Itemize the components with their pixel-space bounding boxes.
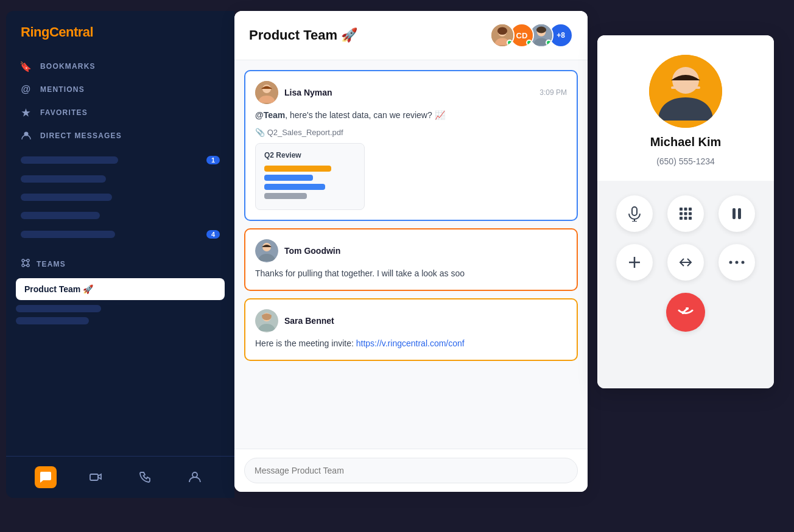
- list-item[interactable]: 4: [16, 226, 225, 242]
- message-body: @Team, here's the latest data, can we re…: [255, 109, 567, 122]
- svg-rect-38: [733, 208, 736, 219]
- sender-info: Sara Bennet: [255, 309, 334, 332]
- svg-rect-9: [90, 474, 98, 480]
- svg-rect-33: [684, 212, 687, 215]
- video-button[interactable]: [85, 466, 107, 488]
- svg-point-2: [27, 259, 29, 262]
- call-contact-phone: (650) 555-1234: [656, 156, 715, 166]
- bookmark-icon: 🔖: [21, 61, 32, 72]
- call-controls-row-2: [616, 244, 755, 281]
- online-indicator: [526, 40, 532, 46]
- list-item[interactable]: [16, 317, 89, 324]
- teams-icon: [21, 258, 30, 270]
- star-icon: ★: [21, 107, 32, 118]
- sidebar-item-product-team[interactable]: Product Team 🚀: [16, 278, 225, 300]
- chat-button[interactable]: [35, 466, 57, 488]
- message-card: Tom Goodwin Thanks for pulling that toge…: [244, 228, 578, 291]
- transfer-button[interactable]: [667, 244, 704, 281]
- svg-rect-30: [684, 208, 687, 211]
- message-card: Lisa Nyman 3:09 PM @Team, here's the lat…: [244, 70, 578, 221]
- svg-point-44: [742, 261, 745, 264]
- svg-point-42: [729, 261, 733, 264]
- hold-button[interactable]: [718, 195, 755, 232]
- list-item[interactable]: 1: [16, 152, 225, 168]
- list-item[interactable]: [16, 190, 225, 205]
- sender-avatar: [255, 309, 278, 332]
- message-header: Tom Goodwin: [255, 239, 567, 262]
- sender-info: Lisa Nyman: [255, 81, 332, 104]
- call-controls: [597, 181, 774, 388]
- sender-avatar: [255, 81, 278, 104]
- svg-rect-39: [738, 208, 741, 219]
- chart-preview: Q2 Review: [255, 143, 365, 210]
- teams-section: TEAMS Product Team 🚀: [6, 252, 234, 327]
- chat-title: Product Team 🚀: [249, 27, 357, 43]
- svg-point-3: [22, 264, 24, 267]
- teams-list: [6, 303, 234, 327]
- online-indicator: [507, 40, 513, 46]
- call-controls-row-1: [616, 195, 755, 232]
- svg-rect-34: [689, 212, 692, 215]
- sidebar-item-direct-messages[interactable]: DIRECT MESSAGES: [6, 124, 234, 147]
- svg-rect-36: [684, 217, 687, 220]
- message-header: Sara Bennet: [255, 309, 567, 332]
- message-body: Thanks for pulling that together. I will…: [255, 267, 567, 280]
- chat-input-area: [234, 449, 588, 492]
- online-indicator: [546, 40, 552, 46]
- sidebar-item-mentions[interactable]: @ MENTIONS: [6, 78, 234, 101]
- message-card: Sara Bennet Here is the meeting invite: …: [244, 298, 578, 361]
- svg-rect-37: [689, 217, 692, 220]
- avatar: [490, 23, 515, 47]
- mention-icon: @: [21, 84, 32, 95]
- person-icon: [21, 130, 32, 141]
- message-input[interactable]: [244, 458, 578, 483]
- attachment-label[interactable]: 📎 Q2_Sales_Report.pdf: [255, 128, 567, 137]
- sender-avatar: [255, 239, 278, 262]
- svg-rect-26: [632, 207, 637, 215]
- svg-rect-31: [689, 208, 692, 211]
- call-controls-row-3: [666, 293, 705, 332]
- sidebar-item-favorites[interactable]: ★ FAVORITES: [6, 101, 234, 124]
- message-body: Here is the meeting invite: https://v.ri…: [255, 337, 567, 350]
- call-panel: Michael Kim (650) 555-1234: [597, 35, 774, 388]
- svg-rect-29: [680, 208, 683, 211]
- svg-point-13: [497, 27, 507, 35]
- svg-point-10: [192, 472, 197, 477]
- teams-section-label: TEAMS: [6, 252, 234, 276]
- sidebar-item-bookmarks[interactable]: 🔖 BOOKMARKS: [6, 55, 234, 78]
- svg-point-4: [27, 264, 29, 267]
- dm-list: 1 4: [6, 147, 234, 247]
- phone-button[interactable]: [134, 466, 156, 488]
- profile-button[interactable]: [184, 466, 206, 488]
- mention: @Team: [255, 110, 285, 120]
- more-options-button[interactable]: [718, 244, 755, 281]
- svg-rect-25: [671, 86, 700, 89]
- list-item[interactable]: [16, 305, 101, 312]
- call-contact-avatar: [649, 55, 722, 128]
- svg-point-16: [536, 27, 546, 33]
- message-header: Lisa Nyman 3:09 PM: [255, 81, 567, 104]
- chat-panel: Product Team 🚀 CD: [234, 11, 588, 492]
- add-call-button[interactable]: [616, 244, 653, 281]
- app-logo: RingCentral: [6, 24, 234, 55]
- sidebar-bottom-nav: [6, 456, 234, 498]
- chat-messages: Lisa Nyman 3:09 PM @Team, here's the lat…: [234, 60, 588, 449]
- call-contact-section: Michael Kim (650) 555-1234: [597, 35, 774, 181]
- call-contact-name: Michael Kim: [650, 135, 722, 149]
- sidebar: RingCentral 🔖 BOOKMARKS @ MENTIONS ★ FAV…: [6, 11, 234, 498]
- keypad-button[interactable]: [667, 195, 704, 232]
- end-call-button[interactable]: [666, 293, 705, 332]
- list-item[interactable]: [16, 172, 225, 186]
- meeting-link[interactable]: https://v.ringcentral.com/conf: [356, 338, 465, 348]
- mute-button[interactable]: [616, 195, 653, 232]
- svg-point-1: [22, 259, 24, 262]
- sender-info: Tom Goodwin: [255, 239, 340, 262]
- participant-avatars: CD +8: [490, 23, 573, 47]
- chat-header: Product Team 🚀 CD: [234, 11, 588, 60]
- svg-point-43: [736, 261, 739, 264]
- svg-rect-32: [680, 212, 683, 215]
- svg-rect-35: [680, 217, 683, 220]
- list-item[interactable]: [16, 208, 225, 223]
